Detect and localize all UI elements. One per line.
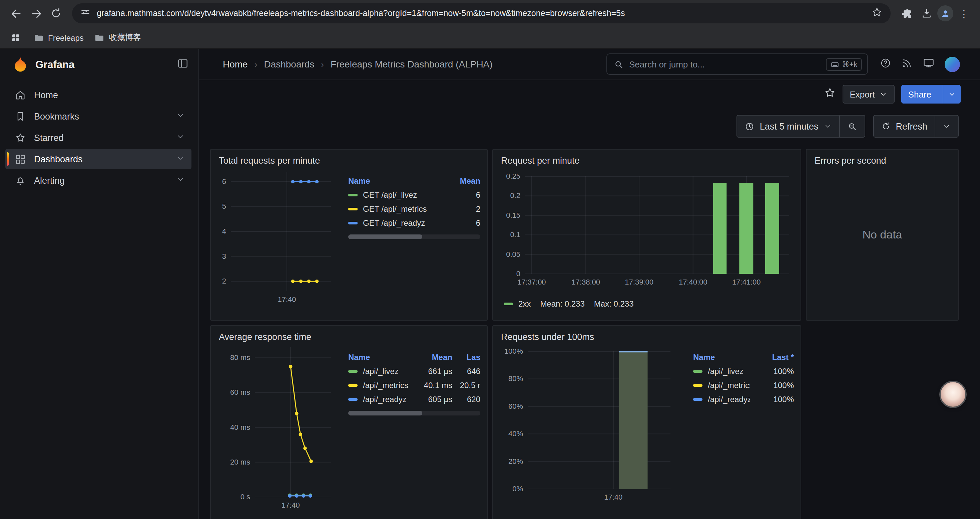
browser-profile-avatar[interactable]: [937, 5, 953, 21]
keyboard-icon: [830, 60, 839, 69]
sidebar-item-home[interactable]: Home: [5, 85, 191, 105]
search-input[interactable]: Search or jump to... ⌘+k: [606, 53, 868, 75]
legend-column-header[interactable]: Name: [693, 352, 750, 362]
sidebar-nav: Home Bookmarks Starred Dashboards: [0, 80, 198, 190]
search-shortcut-badge: ⌘+k: [826, 58, 862, 70]
panel-average-response-time: Average response time 80 ms60 ms40 ms20 …: [210, 325, 488, 519]
breadcrumb: Home › Dashboards › Freeleaps Metrics Da…: [223, 59, 493, 69]
svg-text:0.2: 0.2: [510, 192, 520, 200]
site-info-icon[interactable]: [80, 7, 91, 20]
export-button[interactable]: Export: [842, 85, 895, 104]
user-avatar[interactable]: [945, 56, 960, 72]
svg-text:17:38:00: 17:38:00: [571, 278, 600, 286]
breadcrumb-current: Freeleaps Metrics Dashboard (ALPHA): [331, 59, 493, 69]
chevron-down-icon[interactable]: [176, 132, 185, 143]
zoom-out-button[interactable]: [839, 115, 864, 137]
back-button[interactable]: [7, 4, 25, 23]
legend-row: /api/_metrics40.1 ms20.5 r: [348, 378, 480, 392]
time-range-picker[interactable]: Last 5 minutes: [737, 115, 839, 137]
series-color-marker: [504, 303, 513, 305]
series-name[interactable]: /api/_readyz: [708, 394, 750, 404]
series-value: 620: [452, 394, 480, 404]
browser-menu-button[interactable]: ⋮: [955, 4, 973, 23]
series-name[interactable]: GET /api/_metrics: [363, 204, 427, 213]
breadcrumb-home[interactable]: Home: [223, 59, 248, 69]
legend-column-header[interactable]: Name: [348, 176, 442, 185]
sidebar-item-alerting[interactable]: Alerting: [5, 170, 191, 190]
breadcrumb-dashboards[interactable]: Dashboards: [264, 59, 314, 69]
panel-errors-per-second: Errors per second No data: [806, 149, 959, 321]
chevron-down-icon[interactable]: [176, 175, 185, 186]
series-name[interactable]: /api/_livez: [363, 366, 399, 376]
breadcrumb-separator: ›: [255, 59, 258, 69]
news-button[interactable]: [901, 57, 913, 71]
downloads-button[interactable]: [917, 4, 936, 23]
total-requests-chart[interactable]: 6543217:40: [213, 167, 337, 308]
panel-title[interactable]: Total requests per minute: [211, 150, 487, 167]
legend-item[interactable]: 2xx: [504, 299, 531, 308]
svg-text:2: 2: [222, 277, 226, 285]
legend-column-header[interactable]: Las: [452, 352, 480, 362]
series-value: 40.1 ms: [411, 380, 452, 390]
reload-button[interactable]: [47, 4, 65, 23]
sidebar-item-bookmarks[interactable]: Bookmarks: [5, 106, 191, 126]
forward-button[interactable]: [27, 4, 45, 23]
chevron-down-icon[interactable]: [176, 153, 185, 164]
panel-title[interactable]: Requests under 100ms: [493, 326, 800, 343]
legend-row: /api/_metrics100%: [693, 378, 794, 392]
share-button[interactable]: Share: [902, 85, 961, 104]
assistant-floating-avatar[interactable]: [941, 382, 965, 407]
average-response-time-chart[interactable]: 80 ms60 ms40 ms20 ms0 s17:40: [213, 343, 337, 514]
extensions-button[interactable]: [897, 4, 916, 23]
dashboard-actions: Export Share: [199, 80, 980, 108]
refresh-button[interactable]: Refresh: [873, 115, 935, 137]
bookmark-star-icon[interactable]: [871, 6, 883, 21]
series-value: 605 µs: [411, 394, 452, 404]
legend-column-header[interactable]: Name: [348, 352, 411, 362]
address-bar[interactable]: grafana.mathmast.com/d/deytv4rwavabkb/fr…: [72, 3, 891, 23]
svg-text:20%: 20%: [508, 457, 523, 466]
series-name[interactable]: /api/_livez: [708, 366, 743, 376]
requests-under-100ms-chart[interactable]: 100%80%60%40%20%0%17:40: [496, 343, 677, 512]
series-name[interactable]: /api/_metrics: [363, 380, 408, 390]
series-color-marker: [348, 370, 358, 372]
series-name[interactable]: /api/_readyz: [363, 394, 407, 404]
legend-scrollbar[interactable]: [348, 235, 480, 239]
rss-icon: [901, 57, 913, 69]
refresh-icon: [881, 121, 890, 131]
folder-icon: [33, 32, 44, 43]
sidebar-item-starred[interactable]: Starred: [5, 128, 191, 148]
legend-row: /api/_livez100%: [693, 364, 794, 378]
series-name[interactable]: /api/_metrics: [708, 380, 750, 390]
collapse-menu-button[interactable]: [177, 57, 189, 72]
url-text[interactable]: grafana.mathmast.com/d/deytv4rwavabkb/fr…: [97, 9, 865, 18]
svg-text:4: 4: [222, 227, 226, 235]
series-name[interactable]: GET /api/_livez: [363, 190, 417, 200]
legend-column-header[interactable]: Mean: [411, 352, 452, 362]
panel-title[interactable]: Request per minute: [493, 150, 800, 167]
chevron-down-icon[interactable]: [176, 111, 185, 121]
svg-text:17:41:00: 17:41:00: [732, 278, 761, 286]
bookmark-item[interactable]: Freeleaps: [33, 32, 84, 43]
series-color-marker: [348, 222, 358, 224]
svg-text:5: 5: [222, 202, 226, 211]
apps-grid-button[interactable]: [8, 30, 23, 45]
legend-scrollbar[interactable]: [348, 411, 480, 415]
legend-column-header[interactable]: Last *: [750, 352, 794, 362]
help-button[interactable]: [880, 57, 891, 71]
series-value: 646: [452, 366, 480, 376]
grafana-logo[interactable]: [12, 56, 29, 73]
panel-title[interactable]: Average response time: [211, 326, 487, 343]
sidebar-item-dashboards[interactable]: Dashboards: [5, 149, 191, 169]
bookmark-item[interactable]: 收藏博客: [94, 32, 141, 43]
refresh-interval-button[interactable]: [935, 115, 958, 137]
request-per-minute-chart[interactable]: 0.250.20.150.10.05017:37:0017:38:0017:39…: [496, 167, 797, 294]
star-dashboard-button[interactable]: [824, 87, 835, 102]
share-menu-button[interactable]: [943, 85, 961, 104]
kiosk-mode-button[interactable]: [923, 57, 935, 72]
series-name[interactable]: GET /api/_readyz: [363, 218, 425, 227]
svg-text:3: 3: [222, 252, 226, 260]
panel-title[interactable]: Errors per second: [807, 150, 958, 167]
legend-column-header[interactable]: Mean: [442, 176, 480, 185]
bell-icon: [15, 175, 26, 186]
